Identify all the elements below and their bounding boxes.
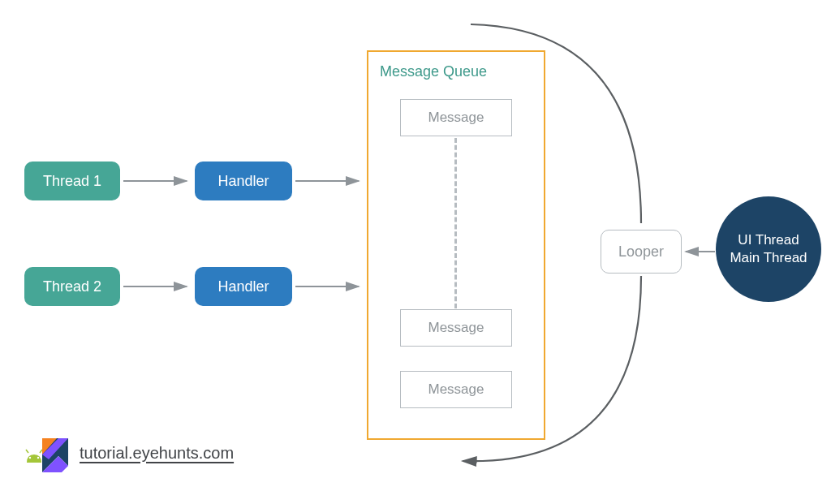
- svg-point-5: [29, 457, 31, 459]
- handler-2-label: Handler: [217, 278, 269, 295]
- handler-1-label: Handler: [217, 173, 269, 190]
- thread-2-label: Thread 2: [43, 278, 101, 295]
- arrow-handler2-queue: [294, 278, 367, 295]
- ui-thread-line1: UI Thread: [738, 231, 799, 249]
- thread-1-label: Thread 1: [43, 173, 101, 190]
- svg-point-6: [37, 457, 39, 459]
- arrow-handler1-queue: [294, 173, 367, 189]
- looper-box: Looper: [601, 230, 682, 274]
- thread-1-box: Thread 1: [24, 162, 120, 200]
- footer: tutorial.eyehunts.com: [24, 430, 234, 476]
- arrow-thread2-handler2: [122, 278, 195, 295]
- ui-thread-circle: UI Thread Main Thread: [716, 196, 821, 302]
- svg-line-8: [40, 450, 42, 453]
- looper-label: Looper: [618, 243, 664, 261]
- svg-line-7: [26, 450, 28, 453]
- thread-2-box: Thread 2: [24, 267, 120, 306]
- handler-2-box: Handler: [195, 267, 292, 306]
- arrow-uithread-looper: [681, 243, 720, 260]
- handler-1-box: Handler: [195, 162, 292, 200]
- ui-thread-line2: Main Thread: [730, 249, 807, 267]
- kotlin-logo-icon: [24, 430, 70, 476]
- arrow-thread1-handler1: [122, 173, 195, 189]
- footer-link[interactable]: tutorial.eyehunts.com: [80, 444, 234, 463]
